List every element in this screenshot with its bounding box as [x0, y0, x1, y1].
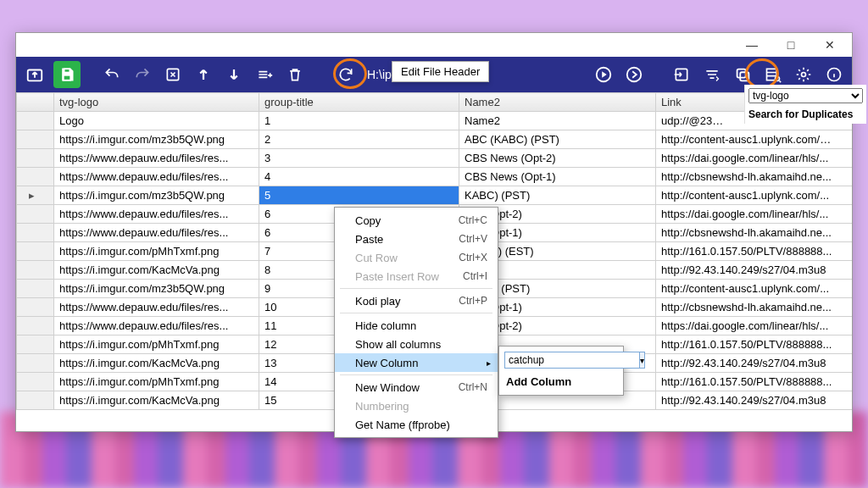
row-gutter[interactable] [17, 336, 54, 354]
cell-logo[interactable]: https://www.depauw.edu/files/res... [54, 298, 259, 317]
search-column-icon[interactable] [760, 62, 786, 87]
row-gutter[interactable] [17, 280, 54, 298]
row-header-gutter[interactable] [17, 93, 54, 112]
row-gutter[interactable] [17, 298, 54, 317]
menu-item-paste[interactable]: PasteCtrl+V [335, 230, 498, 248]
table-row[interactable]: https://www.depauw.edu/files/res...4CBS … [17, 168, 853, 186]
cell-link[interactable]: http://cbsnewshd-lh.akamaihd.ne... [656, 298, 853, 317]
cell-group[interactable]: 4 [259, 168, 459, 186]
open-file-icon[interactable] [21, 61, 48, 88]
info-icon[interactable] [821, 62, 847, 87]
cell-name[interactable]: Name2 [459, 112, 656, 130]
table-row[interactable]: https://www.depauw.edu/files/res...3CBS … [17, 149, 853, 168]
cell-group[interactable]: 2 [259, 130, 459, 149]
row-gutter[interactable] [17, 354, 54, 373]
play-icon[interactable] [591, 62, 616, 87]
play-next-icon[interactable] [621, 62, 647, 87]
row-gutter[interactable] [17, 317, 54, 336]
menu-item-new-column[interactable]: New Column▸ [335, 353, 498, 372]
add-row-icon[interactable] [252, 62, 277, 87]
menu-item-new-window[interactable]: New WindowCtrl+N [335, 378, 498, 396]
cell-logo[interactable]: https://www.depauw.edu/files/res... [54, 205, 259, 224]
cell-link[interactable]: http://92.43.140.249/s27/04.m3u8 [656, 261, 853, 280]
cell-logo[interactable]: https://i.imgur.com/KacMcVa.png [54, 354, 259, 373]
row-gutter[interactable] [17, 391, 54, 410]
cell-link[interactable]: http://content-ausc1.uplynk.com/... [656, 280, 853, 298]
cell-logo[interactable]: https://www.depauw.edu/files/res... [54, 224, 259, 242]
cell-group[interactable]: 1 [259, 112, 459, 130]
cell-link[interactable]: https://dai.google.com/linear/hls/... [656, 205, 853, 224]
menu-item-copy[interactable]: CopyCtrl+C [335, 211, 498, 230]
cell-group[interactable]: 5 [259, 186, 459, 205]
row-gutter[interactable] [17, 261, 54, 280]
cell-link[interactable]: http://92.43.140.249/s27/04.m3u8 [656, 391, 853, 410]
row-gutter[interactable] [17, 242, 54, 261]
row-gutter[interactable] [17, 112, 54, 130]
cell-logo[interactable]: https://i.imgur.com/KacMcVa.png [54, 261, 259, 280]
add-column-button[interactable]: Add Column [504, 374, 618, 390]
row-gutter[interactable] [17, 224, 54, 242]
row-gutter[interactable] [17, 186, 54, 205]
table-row[interactable]: https://i.imgur.com/mz3b5QW.png5KABC) (P… [17, 186, 853, 205]
cell-link[interactable]: https://dai.google.com/linear/hls/... [656, 317, 853, 336]
cell-logo[interactable]: Logo [54, 112, 259, 130]
cell-name[interactable]: ABC (KABC) (PST) [459, 130, 656, 149]
window-minimize-button[interactable]: — [733, 36, 771, 54]
cell-link[interactable]: https://dai.google.com/linear/hls/... [656, 149, 853, 168]
column-header-group-title[interactable]: group-title [259, 93, 459, 112]
import-icon[interactable] [669, 62, 694, 87]
new-column-dropdown-button[interactable]: ▾ [640, 352, 645, 369]
save-icon[interactable] [53, 61, 81, 88]
cell-logo[interactable]: https://i.imgur.com/KacMcVa.png [54, 391, 259, 410]
row-gutter[interactable] [17, 205, 54, 224]
cell-link[interactable]: http://cbsnewshd-lh.akamaihd.ne... [656, 168, 853, 186]
delete-cell-icon[interactable] [160, 62, 186, 87]
move-down-icon[interactable] [221, 62, 247, 87]
menu-item-hide-column[interactable]: Hide column [335, 316, 498, 335]
refresh-icon[interactable] [333, 62, 359, 87]
cell-logo[interactable]: https://www.depauw.edu/files/res... [54, 168, 259, 186]
cell-link[interactable]: http://92.43.140.249/s27/04.m3u8 [656, 354, 853, 373]
table-row[interactable]: https://i.imgur.com/mz3b5QW.png2ABC (KAB… [17, 130, 853, 149]
cell-name[interactable]: CBS News (Opt-2) [459, 149, 656, 168]
cell-link[interactable]: http://161.0.157.50/PLTV/888888... [656, 242, 853, 261]
duplicate-column-select[interactable]: tvg-logo [748, 88, 863, 103]
menu-item-kodi-play[interactable]: Kodi playCtrl+P [335, 291, 498, 310]
trash-icon[interactable] [282, 62, 308, 87]
menu-item-get-name-ffprobe-[interactable]: Get Name (ffprobe) [335, 415, 498, 434]
cell-logo[interactable]: https://i.imgur.com/mz3b5QW.png [54, 186, 259, 205]
cell-logo[interactable]: https://www.depauw.edu/files/res... [54, 149, 259, 168]
cell-logo[interactable]: https://i.imgur.com/mz3b5QW.png [54, 280, 259, 298]
cell-link[interactable]: http://content-ausc1.uplynk.com/... [656, 186, 853, 205]
search-duplicates-button[interactable]: Search for Duplicates [748, 108, 863, 120]
cell-name[interactable]: CBS News (Opt-1) [459, 168, 656, 186]
cell-name[interactable]: KABC) (PST) [459, 186, 656, 205]
cell-logo[interactable]: https://i.imgur.com/mz3b5QW.png [54, 130, 259, 149]
row-gutter[interactable] [17, 130, 54, 149]
cell-logo[interactable]: https://i.imgur.com/pMhTxmf.png [54, 336, 259, 354]
table-row[interactable]: Logo1Name2udp://@23… [17, 112, 853, 130]
menu-item-show-all-columns[interactable]: Show all columns [335, 335, 498, 353]
new-column-name-input[interactable] [504, 352, 640, 369]
cell-link[interactable]: http://content-ausc1.uplynk.com/… [656, 130, 853, 149]
row-gutter[interactable] [17, 149, 54, 168]
row-gutter[interactable] [17, 168, 54, 186]
cell-logo[interactable]: https://i.imgur.com/pMhTxmf.png [54, 373, 259, 391]
cell-group[interactable]: 3 [259, 149, 459, 168]
redo-icon[interactable] [130, 62, 155, 87]
cell-link[interactable]: http://cbsnewshd-lh.akamaihd.ne... [656, 224, 853, 242]
cell-logo[interactable]: https://www.depauw.edu/files/res... [54, 317, 259, 336]
settings-icon[interactable] [791, 62, 816, 87]
cell-link[interactable]: http://161.0.157.50/PLTV/888888... [656, 336, 853, 354]
undo-icon[interactable] [99, 62, 125, 87]
filter-icon[interactable] [699, 62, 725, 87]
column-header-name2[interactable]: Name2 [459, 93, 656, 112]
duplicate-check-icon[interactable] [730, 62, 755, 87]
cell-link[interactable]: http://161.0.157.50/PLTV/888888... [656, 373, 853, 391]
cell-logo[interactable]: https://i.imgur.com/pMhTxmf.png [54, 242, 259, 261]
window-close-button[interactable]: ✕ [811, 36, 849, 54]
move-up-icon[interactable] [191, 62, 216, 87]
row-gutter[interactable] [17, 373, 54, 391]
column-header-tvg-logo[interactable]: tvg-logo [54, 93, 259, 112]
window-maximize-button[interactable]: □ [772, 36, 810, 54]
